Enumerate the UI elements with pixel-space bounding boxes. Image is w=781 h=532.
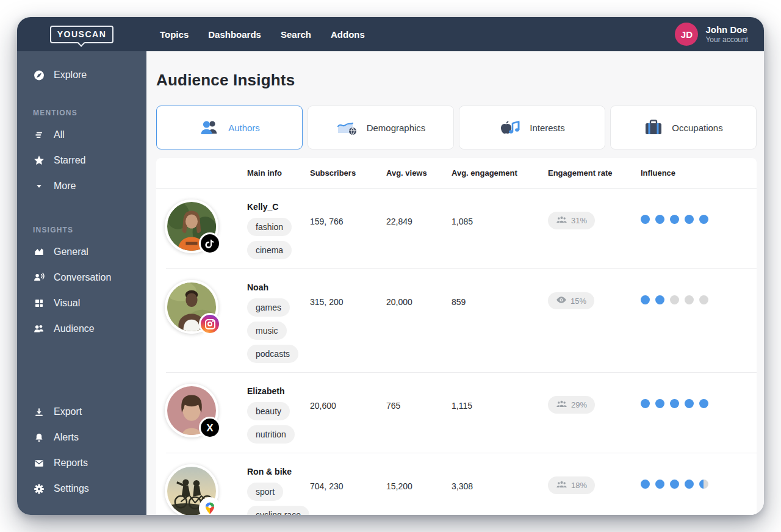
sidebar-item-conversation[interactable]: Conversation bbox=[33, 265, 146, 290]
influence-dot bbox=[670, 295, 679, 304]
eye-icon bbox=[556, 296, 567, 306]
logo-area: YOUSCAN bbox=[17, 17, 146, 51]
sidebar-item-label: Audience bbox=[54, 323, 95, 334]
avg-views-value: 22,849 bbox=[386, 198, 452, 259]
people-icon bbox=[33, 323, 45, 335]
user-avatar[interactable]: JD bbox=[675, 23, 698, 46]
people-group-icon bbox=[556, 480, 567, 491]
influence-dot bbox=[699, 215, 708, 224]
author-row[interactable]: Kelly_Cfashioncinema159, 76622,8491,0853… bbox=[156, 189, 757, 269]
authors-table: Main info Subscribers Avg. views Avg. en… bbox=[156, 158, 757, 515]
interests-icon bbox=[499, 118, 521, 137]
tab-label: Occupations bbox=[672, 123, 722, 133]
sidebar-item-alerts[interactable]: Alerts bbox=[33, 425, 146, 450]
authors-icon bbox=[199, 118, 220, 137]
topic-tag: games bbox=[247, 298, 290, 317]
instagram-badge-icon bbox=[199, 313, 221, 335]
nav-dashboards[interactable]: Dashboards bbox=[208, 29, 261, 40]
tab-occupations[interactable]: Occupations bbox=[610, 106, 757, 149]
influence-cell bbox=[641, 383, 757, 444]
nav-search[interactable]: Search bbox=[281, 29, 311, 40]
tab-authors[interactable]: Authors bbox=[156, 106, 303, 149]
sidebar-item-audience[interactable]: Audience bbox=[33, 316, 146, 342]
subscribers-value: 704, 230 bbox=[310, 463, 386, 515]
engagement-rate-badge: 31% bbox=[548, 212, 595, 229]
compass-icon bbox=[33, 69, 45, 82]
sidebar-item-general[interactable]: General bbox=[33, 239, 146, 265]
account-menu[interactable]: JD John Doe Your account bbox=[675, 23, 764, 46]
nav-addons[interactable]: Addons bbox=[331, 29, 365, 40]
influence-cell bbox=[641, 463, 757, 515]
youscan-logo[interactable]: YOUSCAN bbox=[50, 26, 114, 43]
sidebar: Explore MENTIONS All Starred More INSIGH… bbox=[17, 51, 146, 515]
sidebar-item-label: General bbox=[54, 246, 88, 257]
page-background: YOUSCAN Topics Dashboards Search Addons … bbox=[0, 0, 781, 532]
nav-topics[interactable]: Topics bbox=[160, 29, 189, 40]
sidebar-item-label: Reports bbox=[54, 458, 88, 469]
influence-rating bbox=[641, 480, 757, 489]
author-main-info: Noahgamesmusicpodcasts bbox=[247, 279, 310, 363]
engagement-rate-badge: 29% bbox=[548, 396, 595, 414]
tab-interests[interactable]: Interests bbox=[459, 106, 605, 149]
influence-dot bbox=[641, 480, 650, 489]
logo-bubble-tail bbox=[77, 39, 85, 47]
area-chart-icon bbox=[33, 246, 45, 258]
author-avatar: X bbox=[165, 384, 218, 437]
sidebar-item-all[interactable]: All bbox=[33, 122, 146, 148]
avg-engagement-value: 1,085 bbox=[452, 198, 548, 259]
author-avatar bbox=[165, 200, 218, 253]
sidebar-item-export[interactable]: Export bbox=[33, 399, 146, 425]
avg-views-value: 765 bbox=[386, 383, 452, 444]
tab-demographics[interactable]: Demographics bbox=[308, 106, 454, 149]
column-header-influence: Influence bbox=[641, 168, 757, 178]
author-row[interactable]: XElizabethbeautynutrition20,6007651,1152… bbox=[156, 373, 757, 453]
top-bar: YOUSCAN Topics Dashboards Search Addons … bbox=[17, 17, 764, 51]
influence-dot bbox=[685, 480, 694, 489]
engagement-rate-cell: 31% bbox=[548, 198, 641, 259]
influence-dot bbox=[655, 215, 664, 224]
avg-engagement-value: 859 bbox=[452, 279, 548, 363]
engagement-rate-badge: 15% bbox=[548, 292, 594, 309]
author-main-info: Elizabethbeautynutrition bbox=[247, 383, 310, 444]
x-badge-icon: X bbox=[199, 417, 221, 439]
topic-tag: music bbox=[247, 322, 287, 340]
app-window: YOUSCAN Topics Dashboards Search Addons … bbox=[17, 17, 764, 515]
googlemaps-badge-icon bbox=[199, 497, 221, 515]
table-header-row: Main info Subscribers Avg. views Avg. en… bbox=[156, 158, 757, 189]
account-text: John Doe Your account bbox=[705, 24, 748, 44]
influence-dot bbox=[699, 480, 708, 489]
influence-dot bbox=[699, 295, 708, 304]
sidebar-item-settings[interactable]: Settings bbox=[33, 476, 146, 501]
sidebar-item-label: Export bbox=[54, 406, 82, 417]
topic-tag: cycling race bbox=[247, 506, 309, 515]
subscribers-value: 20,600 bbox=[310, 383, 386, 444]
engagement-rate-value: 29% bbox=[571, 400, 587, 409]
engagement-rate-value: 18% bbox=[571, 481, 587, 490]
influence-rating bbox=[641, 295, 757, 304]
bell-icon bbox=[33, 432, 45, 444]
lines-icon bbox=[33, 129, 45, 141]
sidebar-item-label: More bbox=[54, 181, 76, 192]
author-tags: beautynutrition bbox=[247, 402, 310, 444]
sidebar-item-label: Conversation bbox=[54, 272, 111, 283]
engagement-rate-value: 15% bbox=[570, 297, 586, 306]
column-header-avg-views: Avg. views bbox=[386, 168, 452, 178]
influence-dot bbox=[685, 295, 694, 304]
author-row[interactable]: Ron & bikesportcycling race704, 23015,20… bbox=[156, 453, 757, 515]
author-name: Kelly_C bbox=[247, 202, 310, 212]
author-row[interactable]: Noahgamesmusicpodcasts315, 20020,0008591… bbox=[156, 269, 757, 373]
influence-cell bbox=[641, 198, 757, 259]
sidebar-item-visual[interactable]: Visual bbox=[33, 290, 146, 316]
insight-tabs: Authors Demographics Interests Occupatio… bbox=[156, 106, 757, 149]
main-content: Audience Insights Authors Demographics I… bbox=[146, 51, 764, 515]
sidebar-item-more[interactable]: More bbox=[33, 173, 146, 199]
sidebar-item-reports[interactable]: Reports bbox=[33, 450, 146, 476]
sidebar-item-starred[interactable]: Starred bbox=[33, 148, 146, 173]
sidebar-item-label: Alerts bbox=[54, 432, 79, 443]
tiktok-badge-icon bbox=[199, 232, 221, 254]
sidebar-item-explore[interactable]: Explore bbox=[33, 62, 146, 88]
column-header-subscribers: Subscribers bbox=[310, 168, 386, 178]
avg-views-value: 20,000 bbox=[386, 279, 452, 363]
influence-dot bbox=[641, 295, 650, 304]
influence-rating bbox=[641, 399, 757, 408]
